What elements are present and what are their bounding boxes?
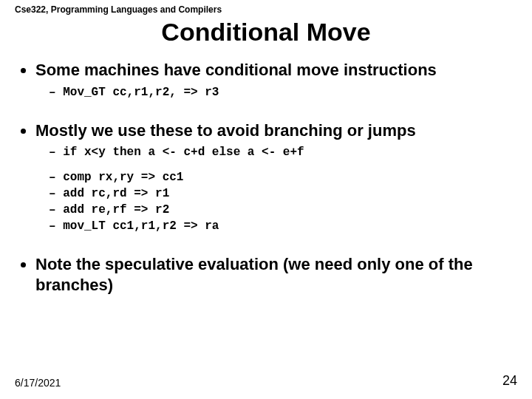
code-line: add rc,rd => r1 — [49, 186, 517, 201]
bullet-1: Some machines have conditional move inst… — [35, 60, 517, 100]
spacer — [35, 241, 517, 254]
code-line: mov_LT cc1,r1,r2 => ra — [49, 219, 517, 233]
footer: 6/17/2021 24 — [15, 373, 517, 389]
footer-date: 6/17/2021 — [15, 377, 61, 389]
course-header: Cse322, Programming Languages and Compil… — [15, 4, 517, 15]
code-line: Mov_GT cc,r1,r2, => r3 — [49, 85, 517, 100]
slide-title: Conditional Move — [15, 18, 517, 47]
bullet-2: Mostly we use these to avoid branching o… — [35, 120, 517, 234]
bullet-1-text: Some machines have conditional move inst… — [35, 61, 437, 79]
bullet-2-code-block: comp rx,ry => cc1 add rc,rd => r1 add re… — [35, 170, 517, 233]
bullet-3-text: Note the speculative evaluation (we need… — [35, 255, 473, 294]
bullet-1-code: Mov_GT cc,r1,r2, => r3 — [35, 85, 517, 100]
code-line: if x<y then a <- c+d else a <- e+f — [49, 145, 517, 160]
code-line: comp rx,ry => cc1 — [49, 170, 517, 185]
bullet-list: Some machines have conditional move inst… — [15, 60, 517, 295]
code-line: add re,rf => r2 — [49, 202, 517, 217]
bullet-2-text: Mostly we use these to avoid branching o… — [35, 121, 416, 140]
bullet-3: Note the speculative evaluation (we need… — [35, 254, 517, 295]
page-number: 24 — [502, 373, 517, 389]
spacer — [35, 107, 517, 120]
bullet-2-code: if x<y then a <- c+d else a <- e+f — [35, 145, 517, 160]
slide: Cse322, Programming Languages and Compil… — [0, 0, 532, 399]
